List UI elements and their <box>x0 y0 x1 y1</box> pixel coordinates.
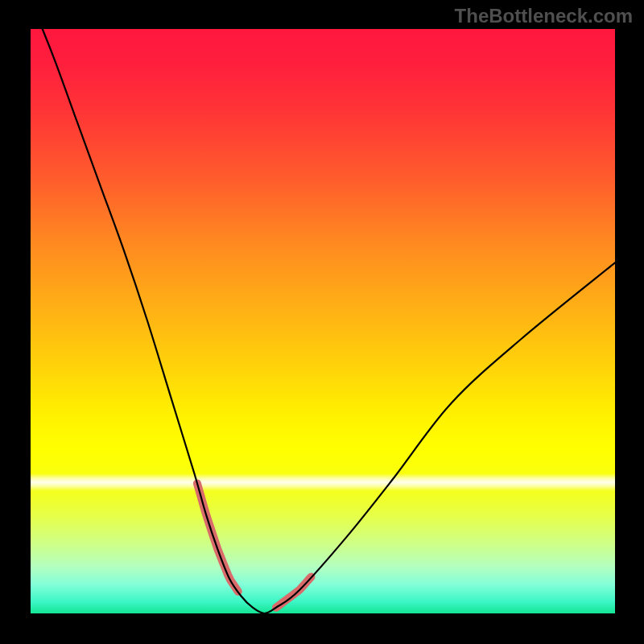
bottleneck-curve <box>31 0 615 613</box>
chart-root: TheBottleneck.com <box>0 0 644 644</box>
chart-plot-area <box>31 29 615 613</box>
right-ascent-highlight <box>276 577 312 608</box>
chart-svg <box>31 29 615 613</box>
watermark-text: TheBottleneck.com <box>455 5 633 27</box>
left-descent-highlight <box>197 483 238 591</box>
